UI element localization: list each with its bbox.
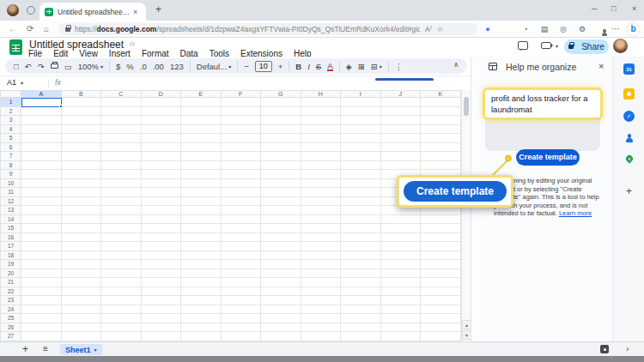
cell-H16[interactable] [301,233,342,243]
cell-I12[interactable] [341,197,381,207]
cell-G17[interactable] [261,242,301,251]
cell-D17[interactable] [142,242,182,251]
row-header-16[interactable]: 16 [0,233,21,243]
collapse-toolbar-icon[interactable]: ∧ [453,61,459,69]
cell-C26[interactable] [101,323,142,333]
print-icon[interactable] [51,63,58,69]
row-header-24[interactable]: 24 [0,305,21,315]
cell-G27[interactable] [261,332,301,341]
cell-F9[interactable] [222,170,262,179]
cell-J21[interactable] [381,278,422,287]
fill-color-icon[interactable]: ◈ [346,62,352,71]
cell-C27[interactable] [101,332,142,341]
row-header-25[interactable]: 25 [0,314,21,323]
cell-I8[interactable] [341,161,381,171]
cell-E21[interactable] [181,278,222,287]
cell-C8[interactable] [101,161,142,171]
cell-I4[interactable] [341,125,381,135]
cell-D9[interactable] [142,170,182,179]
cell-F11[interactable] [222,188,262,197]
cell-I26[interactable] [341,323,381,333]
cell-I17[interactable] [341,242,381,251]
cell-F1[interactable] [222,98,262,107]
cell-G20[interactable] [261,269,301,279]
cell-G25[interactable] [261,314,301,323]
cell-A11[interactable] [21,188,62,197]
row-header-18[interactable]: 18 [0,251,21,261]
cell-H27[interactable] [301,332,342,341]
cell-F21[interactable] [222,278,262,287]
cell-E8[interactable] [181,161,222,171]
cell-I15[interactable] [341,224,381,233]
row-header-1[interactable]: 1 [0,98,21,107]
cell-I27[interactable] [341,332,381,341]
cell-A26[interactable] [21,323,62,333]
cell-H18[interactable] [301,251,342,261]
cell-J25[interactable] [381,314,422,323]
create-template-button[interactable]: Create template [516,149,580,166]
cell-J24[interactable] [381,305,422,315]
cell-G5[interactable] [261,134,301,143]
font-select[interactable]: Defaul...▾ [197,62,231,71]
cell-H9[interactable] [301,170,342,179]
cell-K8[interactable] [421,161,461,171]
cell-B15[interactable] [62,224,102,233]
cell-G19[interactable] [261,260,301,269]
video-call-icon[interactable] [541,42,551,49]
clock-extension-icon[interactable]: ◔ [520,25,531,33]
column-header-I[interactable]: I [341,90,381,98]
column-header-K[interactable]: K [421,90,461,98]
cell-F3[interactable] [222,116,262,125]
cell-J20[interactable] [381,269,422,279]
row-header-23[interactable]: 23 [0,296,21,305]
cell-D10[interactable] [142,179,182,189]
cell-B14[interactable] [62,215,102,225]
cell-C6[interactable] [101,143,142,153]
cell-E12[interactable] [181,197,222,207]
cell-D18[interactable] [142,251,182,261]
cell-E15[interactable] [181,224,222,233]
browser-profile-avatar[interactable] [7,4,19,16]
cell-K17[interactable] [421,242,461,251]
cell-F12[interactable] [222,197,262,207]
comment-history-icon[interactable] [518,41,528,50]
cell-A25[interactable] [21,314,62,323]
cell-C18[interactable] [101,251,142,261]
column-header-D[interactable]: D [142,90,182,98]
cell-C2[interactable] [101,107,142,117]
contacts-icon[interactable] [623,133,635,144]
cell-J18[interactable] [381,251,422,261]
star-icon[interactable]: ☆ [129,39,136,48]
cell-B26[interactable] [62,323,102,333]
cell-I23[interactable] [341,296,381,305]
cell-A18[interactable] [21,251,62,261]
get-addons-icon[interactable]: + [623,185,635,196]
cell-F27[interactable] [222,332,262,341]
cell-J4[interactable] [381,125,422,135]
format-percent-icon[interactable]: % [126,62,133,71]
cell-E2[interactable] [181,107,222,117]
cell-H21[interactable] [301,278,342,287]
cell-C23[interactable] [101,296,142,305]
row-header-22[interactable]: 22 [0,287,21,297]
cell-B13[interactable] [62,206,102,215]
column-header-J[interactable]: J [381,90,422,98]
cell-I6[interactable] [341,143,381,153]
cell-J3[interactable] [381,116,422,125]
learn-more-link[interactable]: Learn more [559,209,592,217]
cell-G16[interactable] [261,233,301,243]
row-header-8[interactable]: 8 [0,161,21,171]
cell-A14[interactable] [21,215,62,225]
cell-A21[interactable] [21,278,62,287]
cell-B10[interactable] [62,179,102,189]
cell-F4[interactable] [222,125,262,135]
cell-F18[interactable] [222,251,262,261]
cell-A5[interactable] [21,134,62,143]
cell-J15[interactable] [381,224,422,233]
cell-I22[interactable] [341,287,381,297]
cell-E3[interactable] [181,116,222,125]
cell-D21[interactable] [142,278,182,287]
cell-F10[interactable] [222,179,262,189]
cell-G13[interactable] [261,206,301,215]
cell-D15[interactable] [142,224,182,233]
